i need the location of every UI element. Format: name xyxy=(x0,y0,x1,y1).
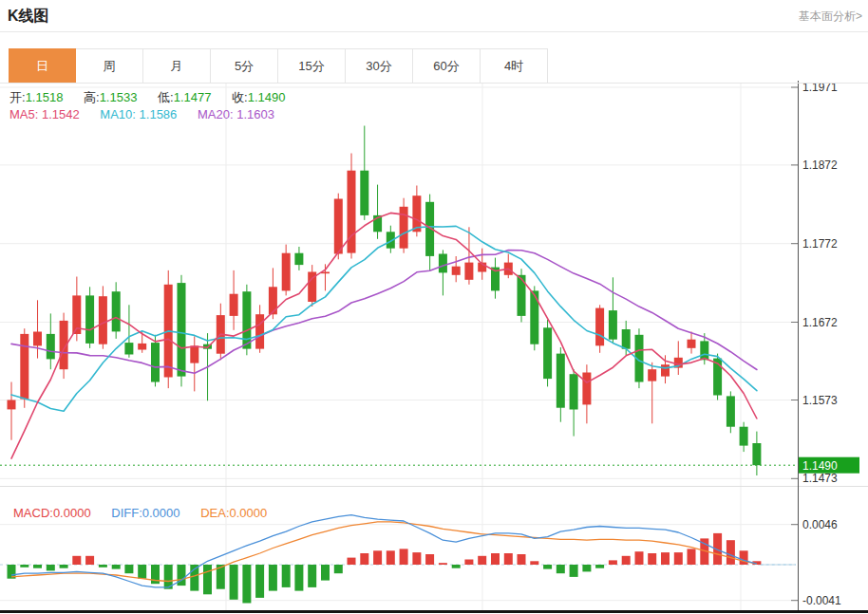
svg-text:1.1872: 1.1872 xyxy=(802,158,838,172)
fundamental-analysis-link[interactable]: 基本面分析> xyxy=(799,9,862,25)
kline-widget: 1.19711.18721.17721.16721.15731.14730.00… xyxy=(0,0,868,614)
close-value: 1.1490 xyxy=(248,90,286,104)
tab-15min[interactable]: 15分 xyxy=(278,48,346,83)
macd-value: MACD:0.0000 xyxy=(13,506,91,520)
tab-30min[interactable]: 30分 xyxy=(346,48,413,83)
ohlc-readout: 开:1.1518 高:1.1533 低:1.1477 收:1.1490 xyxy=(9,89,302,106)
diff-value: DIFF:0.0000 xyxy=(111,506,179,520)
ma-lines xyxy=(11,213,757,458)
last-price-badge: 1.1490 xyxy=(799,457,859,474)
bottom-border xyxy=(0,610,868,613)
low-label: 低: xyxy=(158,90,174,104)
tabbar-bottom-border xyxy=(0,83,868,84)
tab-60min[interactable]: 60分 xyxy=(413,48,481,83)
interval-tabs: 日 周 月 5分 15分 30分 60分 4时 xyxy=(9,48,548,83)
open-label: 开: xyxy=(9,90,26,104)
close-label: 收: xyxy=(232,90,248,104)
high-value: 1.1533 xyxy=(100,90,138,104)
svg-text:1.1672: 1.1672 xyxy=(802,316,838,329)
dea-value: DEA:0.0000 xyxy=(200,506,267,520)
macd-readout: MACD:0.0000 DIFF:0.0000 DEA:0.0000 xyxy=(13,506,284,520)
svg-text:-0.0041: -0.0041 xyxy=(802,594,841,607)
page-title: K线图 xyxy=(8,7,49,27)
header-divider xyxy=(0,31,868,32)
ma20-value: MA20: 1.1603 xyxy=(198,107,274,121)
tab-5min[interactable]: 5分 xyxy=(211,48,278,83)
macd-histogram xyxy=(8,533,762,604)
tab-day[interactable]: 日 xyxy=(9,48,76,83)
tab-month[interactable]: 月 xyxy=(143,48,211,83)
svg-text:1.1473: 1.1473 xyxy=(802,472,838,485)
tab-week[interactable]: 周 xyxy=(76,48,143,83)
svg-text:1.1573: 1.1573 xyxy=(802,394,838,407)
ma10-value: MA10: 1.1586 xyxy=(100,107,177,121)
svg-text:1.1490: 1.1490 xyxy=(802,459,838,473)
low-value: 1.1477 xyxy=(174,90,212,104)
tab-4hour[interactable]: 4时 xyxy=(481,48,548,83)
svg-text:1.1772: 1.1772 xyxy=(802,237,838,251)
ma5-value: MA5: 1.1542 xyxy=(9,107,80,121)
svg-text:0.0046: 0.0046 xyxy=(802,518,838,531)
open-value: 1.1518 xyxy=(26,90,64,104)
high-label: 高: xyxy=(84,90,100,104)
ma-readout: MA5: 1.1542 MA10: 1.1586 MA20: 1.1603 xyxy=(9,107,292,121)
candles xyxy=(8,126,762,476)
